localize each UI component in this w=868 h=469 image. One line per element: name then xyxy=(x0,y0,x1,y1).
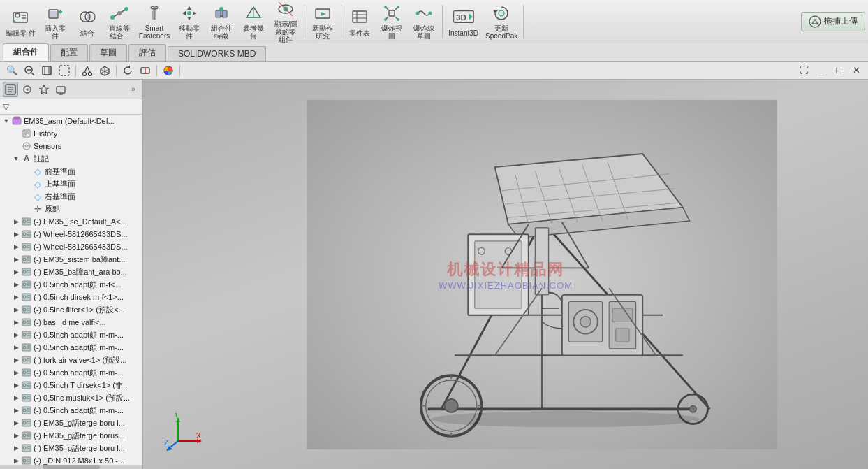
adapt2-toggle[interactable]: ▶ xyxy=(11,330,21,340)
tree-item-bas-d[interactable]: ▶(-) bas _d me valfi<... xyxy=(0,316,142,329)
edit-part-btn[interactable]: 編輯零 件 xyxy=(3,2,38,41)
show-hide-btn[interactable]: 顯示/隱藏的零組件 xyxy=(270,2,301,41)
color-scheme-btn[interactable] xyxy=(161,64,176,78)
panel-expand-btn[interactable]: » xyxy=(127,83,140,96)
tree-item-history[interactable]: ▶ History xyxy=(0,127,142,140)
tree-item-filter1[interactable]: ▶(-) 0.5inc filter<1> (預設<... xyxy=(0,303,142,316)
tree-item-em35[interactable]: ▶(-) EM35_ se_Default_A<... xyxy=(0,215,142,228)
minimize-btn[interactable]: _ xyxy=(814,64,829,78)
panel-tab-tree[interactable] xyxy=(3,82,18,97)
zoom-out-btn[interactable] xyxy=(22,64,37,78)
svg-marker-18 xyxy=(187,6,191,10)
cut-btn[interactable] xyxy=(80,64,95,78)
wheel1-toggle[interactable]: ▶ xyxy=(11,229,21,239)
tab-assembly[interactable]: 組合件 xyxy=(3,43,49,61)
tree-item-sensors[interactable]: ▶ Sensors xyxy=(0,140,142,152)
tree-item-wheel1[interactable]: ▶(-) Wheel-5812665433DS... xyxy=(0,228,142,240)
tab-mbd[interactable]: SOLIDWORKS MBD xyxy=(168,46,266,61)
em35-toggle[interactable]: ▶ xyxy=(11,217,21,226)
t-dirsek-toggle[interactable]: ▶ xyxy=(11,380,21,390)
bas-d-toggle[interactable]: ▶ xyxy=(11,317,21,327)
fit-btn[interactable] xyxy=(39,64,54,78)
svg-rect-24 xyxy=(222,10,227,17)
adapt4-toggle[interactable]: ▶ xyxy=(11,368,21,377)
tree-item-adapt1[interactable]: ▶(-) 0.5inch adapt頗 m-f<... xyxy=(0,278,142,291)
zoom-in-btn[interactable]: 🔍 xyxy=(4,64,20,78)
tree-item-front-plane[interactable]: ▶ ◇ 前基準面 xyxy=(0,165,142,178)
insert-part-btn[interactable]: 插入零件 xyxy=(40,2,71,41)
adapt1-toggle[interactable]: ▶ xyxy=(11,280,21,289)
ar-upload-btn[interactable]: 拖捕上傳 xyxy=(801,12,865,31)
tree-item-gterge-boru1[interactable]: ▶(-) EM35_g語terge boru l... xyxy=(0,417,142,429)
assemble-feature-btn[interactable]: 組合件特徵 xyxy=(206,2,237,41)
tork-air-toggle[interactable]: ▶ xyxy=(11,355,21,365)
panel-tab-display[interactable] xyxy=(53,82,68,97)
svg-rect-161 xyxy=(22,432,31,439)
wheel2-toggle[interactable]: ▶ xyxy=(11,242,21,252)
close-btn[interactable]: ✕ xyxy=(848,64,864,78)
update-speedpak-btn[interactable]: 更新SpeedPak xyxy=(483,2,520,41)
tree-item-notes[interactable]: ▼ A 註記 xyxy=(0,152,142,165)
svg-rect-81 xyxy=(57,87,65,93)
tree-item-gterge-boru2[interactable]: ▶(-) EM35_g語terge boru l... xyxy=(0,442,142,454)
section-btn[interactable] xyxy=(138,64,153,78)
tree-root-toggle[interactable]: ▼ xyxy=(1,116,11,126)
musluk1-toggle[interactable]: ▶ xyxy=(11,393,21,403)
adapt2-label: (-) 0.5inch adapt頗 m-m-... xyxy=(32,330,124,340)
adapt3-toggle[interactable]: ▶ xyxy=(11,342,21,352)
combine-btn[interactable]: 結合 xyxy=(72,2,103,41)
explode-view-btn[interactable]: 爆炸視圖 xyxy=(376,2,407,41)
em35-sistem-toggle[interactable]: ▶ xyxy=(11,254,21,264)
em35-ba-toggle[interactable]: ▶ xyxy=(11,267,21,277)
tree-item-em35-sistem[interactable]: ▶(-) EM35_sistem ba障ant... xyxy=(0,253,142,266)
tree-item-top-plane[interactable]: ▶ ◇ 上基準面 xyxy=(0,178,142,190)
tree-item-adapt5[interactable]: ▶(-) 0.5inch adapt頗 m-m-... xyxy=(0,404,142,417)
tree-item-musluk1[interactable]: ▶(-) 0,5inc musluk<1> (預設... xyxy=(0,391,142,404)
gterge-boru1-toggle[interactable]: ▶ xyxy=(11,418,21,428)
smart-fasteners-btn[interactable]: SmartFasteners xyxy=(136,2,172,41)
parts-table-btn[interactable]: 零件表 xyxy=(344,2,375,41)
move-part-btn[interactable]: 移動零件 xyxy=(174,2,205,41)
tree-item-em35-ba[interactable]: ▶(-) EM35_ba障ant_ara bo... xyxy=(0,266,142,278)
notes-toggle[interactable]: ▼ xyxy=(11,154,21,164)
tree-item-t-dirsek[interactable]: ▶(-) 0.5inch T dirsek<1> (非... xyxy=(0,379,142,391)
din912-1-toggle[interactable]: ▶ xyxy=(11,456,21,465)
gterge-borus-toggle[interactable]: ▶ xyxy=(11,431,21,440)
front-plane-icon: ◇ xyxy=(32,166,43,177)
tab-config[interactable]: 配置 xyxy=(50,44,88,61)
line-combine-btn[interactable]: 直線等結合... xyxy=(104,2,135,41)
explode-line-btn[interactable]: 爆炸線草圖 xyxy=(409,2,439,41)
tree-item-right-plane[interactable]: ▶ ◇ 右基準面 xyxy=(0,190,142,203)
t2-sep3 xyxy=(156,65,157,76)
tree-item-dirsek1[interactable]: ▶(-) 0.5inch dirsek m-f<1>... xyxy=(0,291,142,303)
tree-item-adapt4[interactable]: ▶(-) 0.5inch adapt頗 m-m-... xyxy=(0,366,142,379)
rotate-btn[interactable] xyxy=(120,64,135,78)
tree-item-adapt3[interactable]: ▶(-) 0.5inch adapt頗 m-m-... xyxy=(0,341,142,354)
view3d-btn[interactable] xyxy=(97,64,112,78)
tree-item-din912-1[interactable]: ▶(-) _DIN 912 M8x1 x 50 -... xyxy=(0,454,142,465)
panel-tab-props[interactable] xyxy=(20,82,35,97)
tab-drawing[interactable]: 草圖 xyxy=(89,44,127,61)
tree-item-adapt2[interactable]: ▶(-) 0.5inch adapt頗 m-m-... xyxy=(0,329,142,341)
tree-root[interactable]: ▼ EM35_asm (Default<Def... xyxy=(0,115,142,127)
gterge-boru2-toggle[interactable]: ▶ xyxy=(11,443,21,453)
tree-item-tork-air[interactable]: ▶(-) tork air valve<1> (預設... xyxy=(0,354,142,366)
tree-item-gterge-borus[interactable]: ▶(-) EM35_g語terge borus... xyxy=(0,429,142,442)
adapt5-toggle[interactable]: ▶ xyxy=(11,405,21,415)
select-btn[interactable] xyxy=(57,64,72,78)
filter1-toggle[interactable]: ▶ xyxy=(11,305,21,315)
tab-evaluate[interactable]: 評估 xyxy=(128,44,166,61)
musluk1-icon xyxy=(21,392,32,403)
maximize-btn[interactable]: ⛶ xyxy=(796,64,811,78)
instant3d-btn[interactable]: 3D Instant3D xyxy=(446,2,481,41)
viewport[interactable]: Y X Z 机械设计精品网 WWW.JIXIEZHAOBIAN.COM xyxy=(143,80,868,469)
svg-point-22 xyxy=(187,11,191,15)
tree-item-origin[interactable]: ▶ ✛ 原點 xyxy=(0,203,142,215)
svg-line-31 xyxy=(279,2,293,16)
panel-tab-config[interactable] xyxy=(36,82,52,97)
tree-item-wheel2[interactable]: ▶(-) Wheel-5812665433DS... xyxy=(0,240,142,253)
restore-btn[interactable]: □ xyxy=(831,64,846,78)
new-motion-btn[interactable]: 新動作研究 xyxy=(307,2,338,41)
ref-geo-btn[interactable]: 參考幾何 xyxy=(238,2,269,41)
dirsek1-toggle[interactable]: ▶ xyxy=(11,292,21,302)
